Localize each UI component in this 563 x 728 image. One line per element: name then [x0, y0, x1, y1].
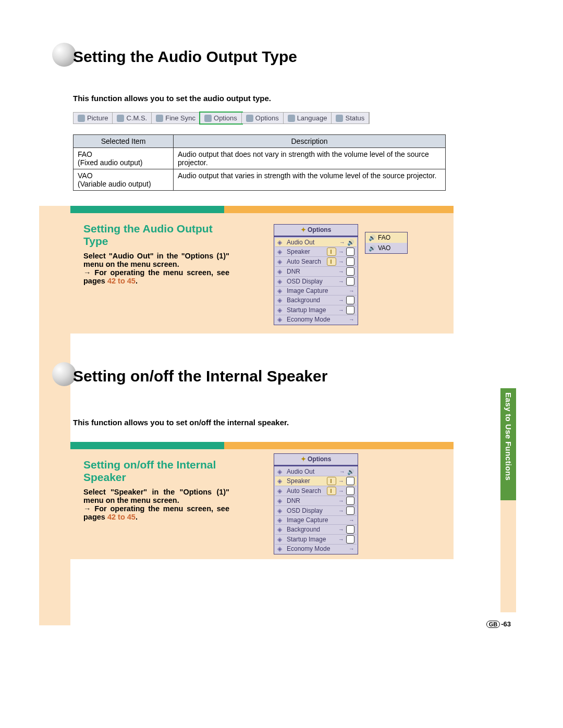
option-label: Economy Mode: [287, 545, 347, 552]
page-link[interactable]: 42 to 45: [107, 277, 136, 285]
option-icon: ◈: [277, 258, 285, 265]
arrow-icon: →: [338, 488, 344, 494]
osd-tab: Fine Sync: [152, 113, 200, 124]
options-row: ◈Background→: [275, 295, 357, 305]
osd-tab: Language: [284, 113, 332, 124]
value-badge: [346, 507, 354, 515]
arrow-icon: →: [338, 297, 344, 303]
option-icon: ◈: [277, 487, 285, 495]
option-label: OSD Display: [287, 507, 336, 514]
section-body: Select "Speaker" in the "Options (1)" me…: [70, 488, 242, 521]
page-link[interactable]: 42 to 45: [107, 513, 136, 521]
arrow-icon: →: [349, 546, 354, 552]
submenu-label: FAO: [378, 234, 390, 241]
cell-item-sub: (Variable audio output): [78, 180, 151, 188]
section-body: Select "Audio Out" in the "Options (1)" …: [70, 252, 242, 285]
option-icon: ◈: [277, 316, 285, 323]
arrow-icon: →: [338, 307, 344, 313]
page-title-2: Setting on/off the Internal Speaker: [73, 367, 327, 385]
options-row: ◈OSD Display→: [275, 506, 357, 516]
submenu-row: 🔊FAO: [365, 232, 407, 243]
option-label: Image Capture: [287, 287, 347, 294]
cell-desc: Audio output that does not vary in stren…: [174, 148, 446, 169]
arrow-icon: →: [338, 249, 344, 255]
arrow-icon: →: [349, 517, 354, 523]
options-row: ◈Audio Out→🔊: [275, 238, 357, 247]
options-row: ◈Economy Mode→: [275, 315, 357, 324]
speaker-icon: 🔊: [347, 239, 354, 246]
slider-icon: [327, 248, 336, 256]
arrow-icon: →: [338, 478, 344, 484]
option-icon: ◈: [277, 287, 285, 294]
option-label: DNR: [287, 268, 336, 275]
tab-icon: [288, 115, 295, 122]
option-label: Speaker: [287, 477, 325, 485]
osd-tab: Options: [200, 113, 242, 124]
osd-tab: Options: [242, 113, 284, 124]
value-badge: [346, 267, 354, 276]
arrow-icon: →: [339, 468, 345, 475]
speaker-icon: 🔊: [347, 468, 354, 475]
option-icon: ◈: [277, 477, 285, 485]
cell-item: FAO: [78, 150, 92, 158]
options-row: ◈Audio Out→🔊: [275, 467, 357, 476]
option-label: Economy Mode: [287, 316, 347, 323]
options-submenu: 🔊FAO🔊VAO: [365, 232, 408, 254]
intro-text-1: This function allows you to set the audi…: [73, 94, 271, 103]
arrow-icon: →: [338, 498, 344, 504]
osd-tab: Status: [332, 113, 369, 124]
tab-icon: [156, 115, 163, 122]
options-row: ◈Auto Search→: [275, 257, 357, 267]
option-label: DNR: [287, 497, 336, 504]
value-badge: [346, 535, 354, 544]
option-label: Image Capture: [287, 516, 347, 524]
option-label: Audio Out: [287, 468, 337, 475]
arrow-icon: →: [349, 316, 354, 323]
page-title-1: Setting the Audio Output Type: [73, 48, 297, 66]
value-badge: [346, 296, 354, 304]
option-icon: ◈: [277, 268, 285, 275]
value-badge: [346, 248, 354, 256]
section-heading: Setting the Audio Output Type: [70, 213, 242, 252]
option-label: OSD Display: [287, 278, 336, 285]
cell-item-sub: (Fixed audio output): [78, 158, 143, 167]
options-row: ◈OSD Display→: [275, 277, 357, 287]
option-icon: ◈: [277, 497, 285, 504]
table-head-item: Selected Item: [74, 135, 174, 148]
tab-icon: [336, 115, 343, 122]
table-row: FAO (Fixed audio output) Audio output th…: [74, 148, 446, 169]
cell-desc: Audio output that varies in strength wit…: [174, 169, 446, 191]
left-column-bar: [39, 206, 70, 625]
option-label: Startup Image: [287, 536, 336, 543]
instruction-block-1: Setting the Audio Output Type Select "Au…: [70, 206, 454, 334]
options-row: ◈Speaker→: [275, 247, 357, 257]
table-head-desc: Description: [174, 135, 446, 148]
page-number: GB-63: [486, 620, 511, 628]
option-label: Audio Out: [287, 239, 337, 246]
option-icon: ◈: [277, 516, 285, 524]
options-row: ◈DNR→: [275, 496, 357, 506]
option-icon: ◈: [277, 297, 285, 304]
options-row: ◈Startup Image→: [275, 305, 357, 315]
arrow-icon: →: [338, 268, 344, 275]
osd-tab: C.M.S.: [113, 113, 152, 124]
slider-icon: [327, 487, 336, 495]
option-label: Background: [287, 297, 336, 304]
option-icon: ◈: [277, 545, 285, 552]
options-row: ◈Image Capture→: [275, 287, 357, 295]
arrow-icon: →: [338, 508, 344, 514]
value-badge: [346, 487, 354, 495]
options-row: ◈Image Capture→: [275, 516, 357, 525]
value-badge: [346, 497, 354, 505]
tab-icon: [78, 115, 85, 122]
arrow-icon: →: [349, 288, 354, 294]
tab-icon: [246, 115, 253, 122]
submenu-row: 🔊VAO: [365, 243, 407, 253]
value-badge: [346, 306, 354, 314]
option-icon: ◈: [277, 536, 285, 543]
options-row: ◈Startup Image→: [275, 535, 357, 545]
arrow-icon: →: [338, 536, 344, 542]
arrow-icon: →: [338, 278, 344, 285]
side-tab: Easy to Use Functions: [500, 388, 516, 500]
option-icon: ◈: [277, 239, 285, 246]
